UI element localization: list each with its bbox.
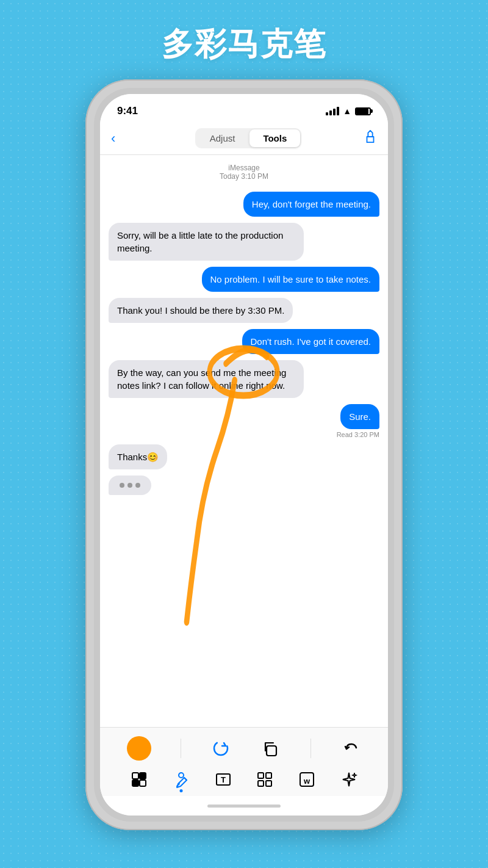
svg-text:T: T: [221, 775, 226, 784]
messages-area: iMessageToday 3:10 PM Hey, don't forget …: [100, 155, 388, 727]
marker-tool-button[interactable]: [172, 770, 190, 789]
timestamp-label: iMessageToday 3:10 PM: [109, 164, 379, 181]
color-picker-button[interactable]: [127, 736, 151, 761]
svg-rect-2: [267, 746, 276, 756]
typing-dot: [135, 483, 140, 488]
svg-rect-10: [258, 773, 264, 778]
message-row: Thank you! I should be there by 3:30 PM.: [109, 298, 379, 323]
status-icons: ▲: [326, 106, 371, 116]
nav-bar: ‹ Adjust Tools: [100, 123, 388, 155]
svg-rect-4: [140, 773, 146, 779]
home-indicator: [100, 796, 388, 816]
read-receipt: Read 3:20 PM: [337, 431, 379, 438]
svg-point-1: [214, 742, 228, 755]
page-title: 多彩马克笔: [0, 0, 488, 83]
phone-inner: 9:41 ▲ ‹ Adjus: [94, 88, 394, 822]
bubble-received-2: Sorry, will be a little late to the prod…: [109, 223, 304, 261]
phone-screen: 9:41 ▲ ‹ Adjus: [100, 94, 388, 816]
tab-adjust[interactable]: Adjust: [196, 129, 249, 147]
message-row: By the way, can you send me the meeting …: [109, 360, 379, 398]
home-bar: [207, 805, 281, 808]
typing-bubble: [109, 476, 151, 495]
svg-rect-6: [140, 780, 146, 786]
bubble-received-6: By the way, can you send me the meeting …: [109, 360, 304, 398]
status-time: 9:41: [117, 105, 138, 117]
sparkle-tool-button[interactable]: [340, 770, 358, 789]
bubble-sent-3: No problem. I will be sure to take notes…: [202, 267, 379, 292]
nav-tabs: Adjust Tools: [195, 128, 302, 148]
phone-frame: 9:41 ▲ ‹ Adjus: [85, 79, 403, 830]
battery-icon: [355, 107, 371, 115]
bubble-received-8: Thanks😊: [109, 444, 167, 469]
bubble-sent-1: Hey, don't forget the meeting.: [243, 192, 379, 217]
edit-tool-button[interactable]: [210, 738, 231, 759]
svg-rect-11: [266, 773, 271, 778]
message-row: No problem. I will be sure to take notes…: [109, 267, 379, 292]
signal-bars-icon: [326, 107, 339, 115]
back-button[interactable]: ‹: [111, 131, 133, 146]
grid-tool-button[interactable]: [256, 770, 274, 789]
status-bar: 9:41 ▲: [100, 94, 388, 123]
message-row: Sure. Read 3:20 PM: [109, 404, 379, 438]
message-row: Sorry, will be a little late to the prod…: [109, 223, 379, 261]
message-row: Don't rush. I've got it covered.: [109, 329, 379, 354]
layers-tool-button[interactable]: [130, 770, 148, 789]
toolbar-row1: [112, 736, 376, 761]
word-tool-button[interactable]: w: [298, 770, 316, 789]
bubble-sent-7: Sure.: [340, 404, 379, 429]
message-row: Hey, don't forget the meeting.: [109, 192, 379, 217]
svg-rect-3: [132, 773, 138, 779]
svg-point-7: [179, 773, 184, 778]
svg-rect-13: [266, 781, 271, 786]
copy-tool-button[interactable]: [260, 738, 281, 759]
message-row: Thanks😊: [109, 444, 379, 469]
svg-text:w: w: [303, 776, 310, 786]
bubble-sent-5: Don't rush. I've got it covered.: [242, 329, 380, 354]
orange-color-swatch: [127, 736, 151, 761]
text-box-tool-button[interactable]: T: [214, 770, 232, 789]
bubble-received-4: Thank you! I should be there by 3:30 PM.: [109, 298, 293, 323]
undo-button[interactable]: [340, 738, 361, 759]
svg-rect-12: [258, 781, 264, 786]
share-button[interactable]: [364, 130, 377, 146]
toolbar-divider: [310, 739, 311, 758]
typing-dot: [127, 483, 132, 488]
typing-indicator-row: [109, 476, 379, 495]
toolbar: T: [100, 727, 388, 796]
wifi-icon: ▲: [343, 106, 351, 116]
toolbar-row2: T: [112, 770, 376, 789]
typing-dot: [120, 483, 124, 488]
svg-rect-5: [132, 780, 138, 786]
toolbar-divider: [181, 739, 181, 758]
tab-tools[interactable]: Tools: [249, 129, 300, 147]
